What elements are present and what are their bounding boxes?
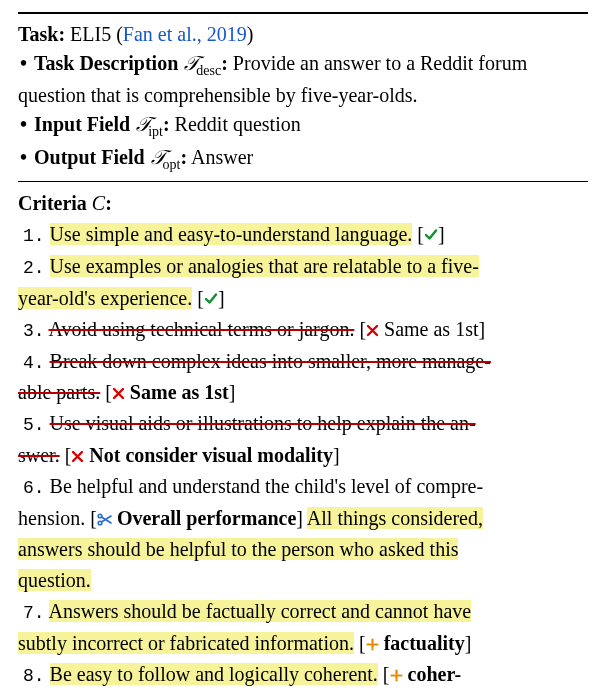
ipt-label: Input Field (34, 113, 130, 135)
criteria-head: Criteria C: (18, 188, 588, 219)
output-field-line: • Output Field 𝒯opt: Answer (18, 143, 588, 175)
item-number: 3. (23, 321, 45, 341)
criteria-item: 1. Use simple and easy-to-understand lan… (18, 219, 588, 251)
input-field-line: • Input Field 𝒯ipt: Reddit question (18, 110, 588, 142)
item-extra: question. (18, 569, 91, 591)
task-line: Task: ELI5 (Fan et al., 2019) (18, 20, 588, 49)
criteria-item: 7. Answers should be factually correct a… (18, 596, 588, 659)
opt-label: Output Field (34, 146, 145, 168)
item-text: Be easy to follow and logically coherent… (50, 663, 378, 685)
check-icon (424, 228, 438, 242)
item-extra: answers should be helpful to the person … (18, 538, 458, 560)
item-number: 8. (23, 666, 45, 686)
item-tag: Not consider visual modality (89, 444, 333, 466)
item-number: 6. (23, 478, 45, 498)
item-number: 4. (23, 353, 45, 373)
item-text: Use examples or analogies that are relat… (50, 255, 479, 277)
item-text: year-old's experience. (18, 287, 192, 309)
item-extra: All things considered, (307, 507, 483, 529)
item-text: Use visual aids or illustrations to help… (50, 412, 476, 434)
bullet-icon: • (18, 143, 29, 172)
criteria-block: Criteria C: 1. Use simple and easy-to-un… (18, 188, 588, 692)
item-tag: factuality (384, 632, 465, 654)
criteria-item: 5. Use visual aids or illustrations to h… (18, 408, 588, 471)
plus-icon (366, 638, 379, 651)
colon: : (221, 52, 228, 74)
scissors-icon (97, 513, 112, 526)
plus-icon (390, 669, 403, 682)
item-text: Break down complex ideas into smaller, m… (50, 350, 491, 372)
item-number: 2. (23, 258, 45, 278)
criteria-item: 8. Be easy to follow and logically coher… (18, 659, 588, 692)
item-tag: Overall performance (117, 507, 296, 529)
rule-top (18, 12, 588, 14)
cross-icon (112, 387, 125, 400)
item-number: 5. (23, 415, 45, 435)
criteria-label: Criteria (18, 192, 87, 214)
item-text: swer. (18, 444, 60, 466)
criteria-item: 2. Use examples or analogies that are re… (18, 251, 588, 314)
check-icon (204, 292, 218, 306)
item-text: hension. (18, 507, 85, 529)
ipt-math: 𝒯ipt (135, 113, 163, 135)
criteria-sym: C (92, 192, 105, 214)
item-text: able parts. (18, 381, 100, 403)
item-text: Avoid using technical terms or jargon. (49, 318, 355, 340)
item-tag: Same as 1st (130, 381, 229, 403)
item-text: Use simple and easy-to-understand langua… (50, 223, 413, 245)
item-text: subtly incorrect or fabricated informati… (18, 632, 354, 654)
criteria-item: 6. Be helpful and understand the child's… (18, 471, 588, 596)
item-tag: coher- (408, 663, 462, 685)
table-figure: Task: ELI5 (Fan et al., 2019) • Task Des… (0, 0, 606, 692)
item-tag: Same as 1st (384, 318, 478, 340)
cross-icon (366, 324, 379, 337)
task-label: Task: (18, 23, 65, 45)
task-desc-line: • Task Description 𝒯desc: Provide an ans… (18, 49, 588, 110)
criteria-item: 4. Break down complex ideas into smaller… (18, 346, 588, 409)
desc-label: Task Description (34, 52, 178, 74)
criteria-item: 3. Avoid using technical terms or jargon… (18, 314, 588, 346)
opt-math: 𝒯opt (150, 146, 181, 168)
item-text: Answers should be factually correct and … (49, 600, 472, 622)
item-number: 1. (23, 226, 45, 246)
header-block: Task: ELI5 (Fan et al., 2019) • Task Des… (18, 20, 588, 175)
rule-mid (18, 181, 588, 182)
task-name: ELI5 (70, 23, 111, 45)
ipt-text: Reddit question (170, 113, 301, 135)
opt-text: Answer (187, 146, 253, 168)
cross-icon (71, 450, 84, 463)
bullet-icon: • (18, 110, 29, 139)
item-text: Be helpful and understand the child's le… (50, 475, 483, 497)
item-number: 7. (23, 603, 45, 623)
task-cite-link[interactable]: Fan et al., 2019 (123, 23, 247, 45)
desc-math: 𝒯desc (183, 52, 221, 74)
bullet-icon: • (18, 49, 29, 78)
